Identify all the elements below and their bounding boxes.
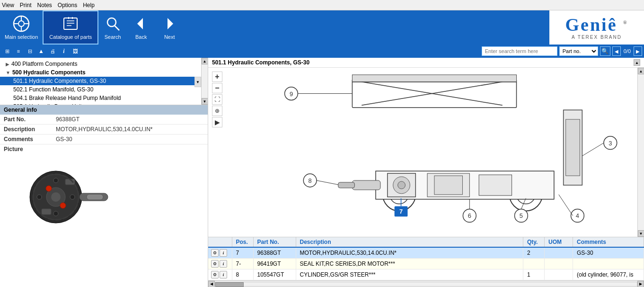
tree-item-501[interactable]: 501.1 Hydraulic Components, GS-30 [0, 77, 208, 85]
toolbar-icon-info[interactable]: i [59, 46, 69, 56]
menu-options[interactable]: Options [58, 2, 77, 9]
col-header-comments[interactable]: Comments [573, 237, 644, 247]
info-row-comments: Comments GS-30 [0, 135, 208, 144]
info-icon-1[interactable]: i [220, 249, 227, 257]
toolbar-icon-print[interactable]: 🖨 [47, 46, 58, 56]
main-selection-button[interactable]: Main selection [0, 10, 43, 45]
toolbar-icon-tree[interactable]: ⊟ [25, 46, 35, 56]
tree-item-500[interactable]: ▼ 500 Hydraulic Components [0, 68, 208, 77]
tree-scroll-down[interactable]: ▼ [202, 98, 208, 105]
parts-diagram: 9 8 7 6 5 4 [227, 68, 637, 237]
search-toolbar-button[interactable]: Search [98, 10, 127, 45]
menu-notes[interactable]: Notes [37, 2, 52, 9]
logo-subtitle: A TEREX BRAND [572, 35, 622, 40]
diagram-scroll-up-btn[interactable]: ▲ [634, 59, 640, 66]
diagram-scroll-down[interactable]: ▼ [638, 230, 644, 237]
nav-next-button[interactable]: ▶ [634, 46, 642, 56]
col-header-uom[interactable]: UOM [545, 237, 573, 247]
col-header-qty[interactable]: Qty. [523, 237, 545, 247]
rotate-button[interactable]: ⊕ [212, 106, 222, 116]
svg-line-13 [115, 26, 119, 30]
bottom-scroll-thumb[interactable] [215, 282, 244, 287]
menu-view[interactable]: View [2, 2, 14, 9]
catalogue-of-parts-button[interactable]: Catalogue of parts [43, 10, 98, 45]
row-actions-1: ⚙ i [208, 247, 232, 259]
tree-item-502[interactable]: 502.1 Function Manifold, GS-30 [0, 85, 208, 94]
toolbar-icon-up[interactable]: ▲ [36, 46, 46, 56]
diagram-scrollbar-right[interactable]: ▲ ▼ [637, 68, 644, 237]
bottom-scroll-track[interactable] [215, 282, 637, 287]
expand-button[interactable]: ▶ [212, 117, 222, 127]
toolbar-icon-list[interactable]: ≡ [13, 46, 24, 56]
nav-prev-button[interactable]: ◀ [612, 46, 621, 56]
zoom-out-button[interactable]: − [212, 83, 222, 93]
icon-toolbar: ⊞ ≡ ⊟ ▲ 🖨 i 🖼 Part no. Description 🔍 ◀ 0… [0, 45, 644, 58]
general-info-header: General info [0, 105, 208, 115]
zoom-reset-button[interactable]: ⛶ [212, 94, 222, 105]
info-icon-2[interactable]: i [220, 260, 227, 268]
info-row-description: Description MOTOR,HYDRAULIC,530,14.0CU.I… [0, 125, 208, 135]
tree-item-505[interactable]: 505.1 Hydraulic Power Unit [0, 102, 208, 105]
svg-point-23 [53, 211, 58, 216]
svg-marker-14 [137, 18, 143, 29]
tree-scroll-up[interactable]: ▲ [202, 58, 208, 64]
info-row-partno: Part No. 96388GT [0, 115, 208, 125]
bottom-scroll-left[interactable]: ◀ [208, 281, 215, 287]
row-partno-2: 96419GT [253, 259, 296, 269]
col-header-pos[interactable]: Pos. [232, 237, 253, 247]
settings-icon-1[interactable]: ⚙ [211, 249, 219, 257]
tree-expand-collapse[interactable]: ▼ [194, 77, 201, 87]
svg-rect-50 [338, 182, 355, 188]
svg-rect-28 [42, 209, 51, 215]
table-row[interactable]: ⚙ i 8 105547GT CYLINDER,GS/GR STEER*** 1… [208, 269, 644, 280]
svg-point-22 [53, 178, 58, 183]
row-qty-1: 2 [523, 247, 545, 259]
search-type-dropdown[interactable]: Part no. Description [559, 46, 598, 56]
next-label: Next [164, 34, 175, 40]
row-pos-2: 7- [232, 259, 253, 269]
bottom-scroll-right[interactable]: ▶ [637, 281, 644, 287]
left-panel: ▲ ▼ ▶ 400 Platform Components ▼ 500 Hydr… [0, 58, 208, 287]
table-row[interactable]: ⚙ i 7 96388GT MOTOR,HYDRAULIC,530,14.0CU… [208, 247, 644, 259]
search-label: Search [105, 34, 121, 40]
tree-label-505: 505.1 Hydraulic Power Unit [13, 103, 82, 105]
search-input[interactable] [482, 46, 557, 56]
info-icon-3[interactable]: i [220, 271, 227, 278]
settings-icon-2[interactable]: ⚙ [211, 260, 219, 268]
settings-icon-3[interactable]: ⚙ [211, 271, 219, 278]
toolbar-icon-image[interactable]: 🖼 [70, 46, 80, 56]
row-desc-1: MOTOR,HYDRAULIC,530,14.0CU.IN* [296, 247, 523, 259]
svg-rect-45 [479, 175, 512, 196]
svg-point-1 [18, 21, 24, 27]
info-panel: General info Part No. 96388GT Descriptio… [0, 105, 208, 287]
svg-text:9: 9 [290, 90, 293, 98]
diagram-scroll-up[interactable]: ▲ [638, 68, 644, 74]
col-header-description[interactable]: Description [296, 237, 523, 247]
svg-marker-15 [168, 18, 173, 29]
row-comments-3: (old cylinder, 96077, is [573, 269, 644, 280]
zoom-in-button[interactable]: + [212, 72, 222, 82]
col-header-partno[interactable]: Part No. [253, 237, 296, 247]
search-execute-button[interactable]: 🔍 [600, 46, 610, 56]
svg-rect-44 [434, 176, 463, 195]
tree-area[interactable]: ▲ ▼ ▶ 400 Platform Components ▼ 500 Hydr… [0, 58, 208, 105]
back-button[interactable]: Back [127, 10, 155, 45]
svg-point-12 [107, 18, 116, 27]
next-button[interactable]: Next [155, 10, 184, 45]
bottom-scrollbar: ◀ ▶ [208, 280, 644, 287]
menu-print[interactable]: Print [20, 2, 32, 9]
svg-point-20 [37, 195, 42, 199]
row-desc-2: SEAL KIT,RC SERIES,DR MOTOR*** [296, 259, 523, 269]
table-row[interactable]: ⚙ i 7- 96419GT SEAL KIT,RC SERIES,DR MOT… [208, 259, 644, 269]
toolbar-icon-grid[interactable]: ⊞ [2, 46, 12, 56]
info-value-description: MOTOR,HYDRAULIC,530,14.0CU.IN* [56, 126, 153, 133]
main-selection-label: Main selection [5, 34, 38, 40]
row-comments-1: GS-30 [573, 247, 644, 259]
row-actions-2: ⚙ i [208, 259, 232, 269]
menu-help[interactable]: Help [83, 2, 95, 9]
svg-rect-49 [352, 180, 380, 190]
diagram-title: 501.1 Hydraulic Components, GS-30 [212, 59, 309, 66]
tree-item-400[interactable]: ▶ 400 Platform Components [0, 60, 208, 68]
tree-item-504[interactable]: 504.1 Brake Release Hand Pump Manifold [0, 94, 208, 102]
svg-rect-73 [566, 119, 580, 176]
